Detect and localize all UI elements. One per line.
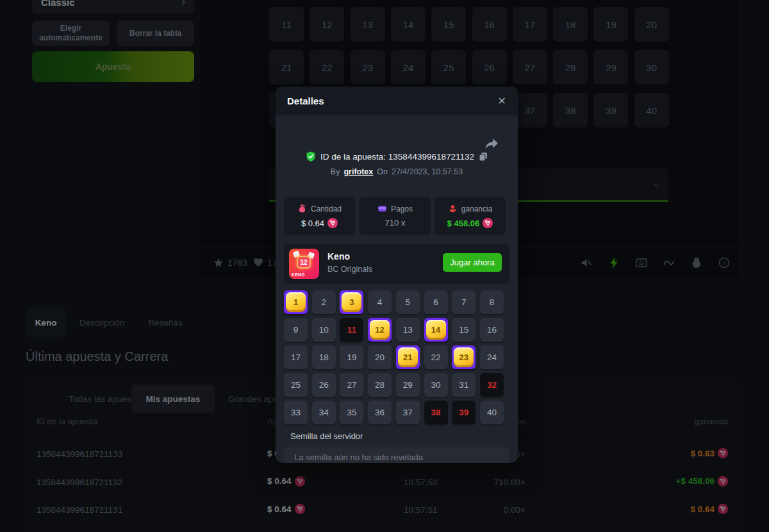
page: Classic › Elegir automáticamente Borrar …: [0, 0, 769, 532]
result-cell-17: 17: [284, 345, 308, 369]
result-cell-8: 8: [480, 290, 504, 314]
result-cell-36: 36: [368, 401, 392, 424]
result-cell-1: 1: [284, 290, 308, 314]
result-grid: 1234567891011121314151617181920212223242…: [276, 87, 518, 463]
result-cell-7: 7: [452, 290, 475, 314]
result-cell-39: 39: [452, 401, 475, 424]
result-cell-10: 10: [312, 318, 336, 342]
result-cell-5: 5: [396, 290, 420, 314]
server-seed-field[interactable]: La semilla aún no ha sido revelada: [284, 447, 509, 463]
result-cell-34: 34: [312, 401, 336, 424]
result-cell-19: 19: [340, 345, 363, 369]
result-cell-9: 9: [284, 318, 308, 342]
result-cell-21: 21: [396, 345, 420, 369]
details-modal: Detalles ✕ ID de la apuesta: 13584439961…: [276, 87, 518, 463]
result-cell-25: 25: [284, 373, 308, 397]
gold-gem-icon: 23: [454, 347, 474, 367]
result-cell-22: 22: [424, 345, 448, 369]
result-cell-35: 35: [340, 401, 363, 424]
result-cell-11: 11: [340, 318, 363, 342]
result-cell-37: 37: [396, 401, 420, 424]
server-seed-label: Semilla del servidor: [290, 431, 363, 441]
result-cell-29: 29: [396, 373, 420, 397]
gold-gem-icon: 12: [370, 320, 390, 340]
result-cell-40: 40: [480, 401, 504, 424]
result-cell-12: 12: [368, 318, 392, 342]
result-cell-26: 26: [312, 373, 336, 397]
result-cell-30: 30: [424, 373, 448, 397]
result-cell-13: 13: [396, 318, 420, 342]
gold-gem-icon: 3: [342, 292, 361, 312]
result-cell-6: 6: [424, 290, 448, 314]
gold-gem-icon: 21: [398, 347, 418, 367]
result-cell-31: 31: [452, 373, 475, 397]
result-cell-27: 27: [340, 373, 363, 397]
result-cell-24: 24: [480, 345, 504, 369]
result-cell-38: 38: [424, 401, 448, 424]
result-cell-28: 28: [368, 373, 392, 397]
server-seed-placeholder: La semilla aún no ha sido revelada: [294, 453, 423, 462]
gold-gem-icon: 1: [286, 292, 306, 312]
result-cell-20: 20: [368, 345, 392, 369]
gold-gem-icon: 14: [426, 320, 446, 340]
result-cell-33: 33: [284, 401, 308, 424]
result-cell-3: 3: [340, 290, 363, 314]
result-cell-32: 32: [480, 373, 504, 397]
result-cell-4: 4: [368, 290, 392, 314]
result-cell-15: 15: [452, 318, 475, 342]
result-cell-14: 14: [424, 318, 448, 342]
result-cell-2: 2: [312, 290, 336, 314]
result-cell-16: 16: [480, 318, 504, 342]
result-cell-18: 18: [312, 345, 336, 369]
result-cell-23: 23: [452, 345, 475, 369]
